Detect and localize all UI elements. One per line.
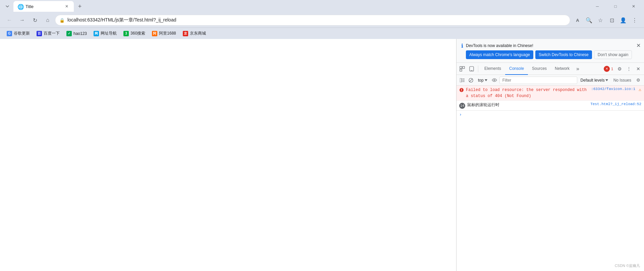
close-button[interactable]: ✕ — [626, 1, 641, 11]
address-bar[interactable]: 🔒 localhost:63342/HTML/js第一章/Test.html?_… — [55, 15, 570, 26]
console-filter-input[interactable] — [499, 77, 577, 84]
tab-dropdown-button[interactable] — [3, 2, 12, 11]
address-text: localhost:63342/HTML/js第一章/Test.html?_ij… — [67, 17, 566, 23]
error-entry-content: Failed to load resource: the server resp… — [466, 87, 589, 99]
bookmark-hao123-icon: ✓ — [66, 31, 72, 36]
title-bar-left: 🌐 Title ✕ + — [3, 1, 85, 12]
bookmark-wangzhi-icon: 网 — [94, 31, 99, 36]
tab-console[interactable]: Console — [505, 63, 528, 75]
match-language-button[interactable]: Always match Chrome's language — [466, 50, 533, 59]
inspect-element-button[interactable] — [458, 64, 467, 73]
bookmark-jd-label: 京东商城 — [190, 31, 206, 36]
error-entry-source[interactable]: :63342/favicon.ico:1 — [591, 87, 635, 91]
devtools-toolbar: Elements Console Sources Network » ✕ 1 ⚙… — [457, 63, 644, 75]
main-area: CSDN ©蓝幽凡 ℹ DevTools is now available in… — [0, 39, 644, 271]
tab-elements[interactable]: Elements — [480, 63, 505, 75]
prompt-arrow-icon: › — [459, 112, 462, 117]
profile-button[interactable]: 👤 — [618, 15, 629, 26]
bookmark-baidu-label: 百度一下 — [44, 31, 60, 36]
watermark: CSDN ©蓝幽凡 — [615, 263, 640, 268]
tab-title: Title — [25, 4, 61, 9]
no-issues-label: No Issues — [611, 78, 633, 83]
devtools-close-button[interactable]: ✕ — [634, 64, 643, 73]
svg-rect-1 — [463, 66, 465, 69]
svg-rect-2 — [460, 69, 462, 71]
bookmark-wangzhi[interactable]: 网 网址导航 — [91, 29, 119, 38]
svg-line-10 — [470, 79, 473, 82]
bookmark-google[interactable]: G 谷歌更新 — [4, 29, 33, 38]
bookmark-wangzhi-label: 网址导航 — [101, 31, 117, 36]
default-levels-select[interactable]: Default levels — [579, 77, 610, 83]
bookmark-baidu-icon: 百 — [37, 31, 42, 36]
bookmark-alibaba-label: 阿里1688 — [159, 31, 176, 36]
split-button[interactable]: ⊡ — [606, 15, 617, 26]
tab-network[interactable]: Network — [551, 63, 574, 75]
bookmark-google-icon: G — [7, 31, 12, 36]
bookmark-jd[interactable]: 京 京东商城 — [180, 29, 209, 38]
minimize-button[interactable]: ─ — [590, 1, 605, 11]
svg-point-11 — [494, 80, 495, 81]
toolbar-separator-1 — [478, 65, 478, 72]
bookmark-hao123[interactable]: ✓ hao123 — [64, 30, 90, 38]
devtools-more-button[interactable]: ⋮ — [625, 64, 633, 73]
window-controls: ─ □ ✕ — [590, 1, 641, 11]
console-sidebar-button[interactable] — [459, 77, 466, 84]
bookmark-google-label: 谷歌更新 — [14, 31, 30, 36]
home-button[interactable]: ⌂ — [42, 15, 53, 26]
console-settings-button[interactable]: ⚙ — [635, 77, 642, 84]
back-button[interactable]: ← — [4, 15, 15, 26]
info-entry-content: 鼠标的滚轮运行时 — [467, 102, 588, 108]
devtools-settings-button[interactable]: ⚙ — [615, 64, 624, 73]
devtools-notification: ℹ DevTools is now available in Chinese! … — [457, 39, 644, 63]
maximize-button[interactable]: □ — [608, 1, 623, 11]
title-bar: 🌐 Title ✕ + ─ □ ✕ — [0, 0, 644, 13]
menu-button[interactable]: ⋮ — [629, 15, 640, 26]
bookmark-button[interactable]: ☆ — [595, 15, 606, 26]
console-toolbar: top Default levels No Issues ⚙ — [457, 75, 644, 86]
info-entry-source[interactable]: Test.html?_ij_reload:52 — [590, 102, 641, 106]
more-tabs-button[interactable]: » — [574, 63, 582, 75]
error-extra-icon: ⚠ — [639, 87, 641, 92]
bookmark-alibaba-icon: 阿 — [152, 31, 157, 36]
search-button[interactable]: 🔍 — [584, 15, 594, 26]
dont-show-again-button[interactable]: Don't show again — [594, 50, 632, 59]
notification-close-button[interactable]: ✕ — [636, 42, 641, 49]
console-entry-info: 14 鼠标的滚轮运行时 Test.html?_ij_reload:52 — [457, 101, 644, 110]
reload-button[interactable]: ↻ — [30, 15, 40, 26]
translate-button[interactable]: A — [572, 15, 583, 26]
svg-rect-5 — [460, 78, 462, 82]
error-badge: ✕ — [604, 66, 610, 72]
forward-button[interactable]: → — [17, 15, 28, 26]
switch-devtools-button[interactable]: Switch DevTools to Chinese — [535, 50, 592, 59]
error-count: 1 — [611, 67, 613, 71]
devtools-right-icons: ✕ 1 ⚙ ⋮ ✕ — [604, 64, 643, 73]
info-entry-badge: 14 — [459, 103, 465, 109]
new-tab-button[interactable]: + — [75, 2, 85, 11]
devtools-tabs: Elements Console Sources Network » — [480, 63, 603, 75]
bookmark-360[interactable]: 3 360搜索 — [121, 29, 148, 38]
console-eye-button[interactable] — [491, 77, 498, 84]
svg-point-14 — [461, 91, 462, 91]
bookmark-360-icon: 3 — [123, 31, 129, 36]
lock-icon: 🔒 — [59, 18, 65, 23]
bookmark-jd-icon: 京 — [183, 31, 188, 36]
tab-close-button[interactable]: ✕ — [64, 3, 70, 9]
notification-actions: Always match Chrome's language Switch De… — [466, 50, 632, 59]
page-content — [0, 39, 456, 271]
device-toolbar-button[interactable] — [467, 64, 476, 73]
navigation-bar: ← → ↻ ⌂ 🔒 localhost:63342/HTML/js第一章/Tes… — [0, 13, 644, 28]
bookmark-alibaba[interactable]: 阿 阿里1688 — [149, 29, 179, 38]
devtools-panel: ℹ DevTools is now available in Chinese! … — [456, 39, 644, 271]
bookmark-baidu[interactable]: 百 百度一下 — [34, 29, 62, 38]
context-label: top — [478, 78, 484, 83]
bookmark-360-label: 360搜索 — [130, 31, 145, 36]
browser-tab[interactable]: 🌐 Title ✕ — [13, 1, 74, 12]
console-output: Failed to load resource: the server resp… — [457, 86, 644, 271]
console-context-select[interactable]: top — [476, 77, 489, 83]
svg-rect-0 — [460, 66, 462, 69]
console-entry-error: Failed to load resource: the server resp… — [457, 86, 644, 101]
clear-console-button[interactable] — [467, 77, 475, 84]
info-count-badge: 14 — [459, 103, 465, 109]
tab-sources[interactable]: Sources — [528, 63, 551, 75]
levels-label: Default levels — [581, 78, 605, 83]
